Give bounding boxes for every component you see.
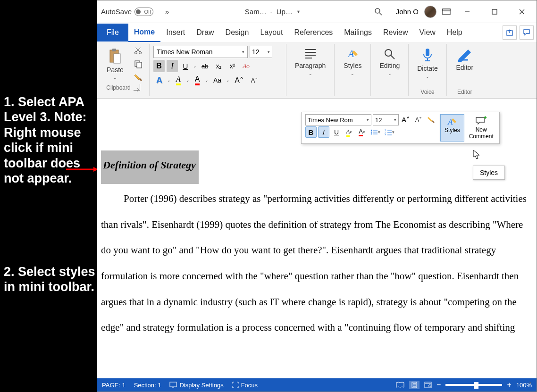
svg-text:A: A (447, 117, 453, 126)
user-name[interactable]: John O (396, 8, 419, 16)
body-paragraph[interactable]: Porter (1996) describes strategy as "per… (101, 186, 533, 341)
toggle-switch[interactable]: Off (134, 8, 153, 16)
chevron-down-icon: ⌄ (388, 71, 392, 76)
autosave-toggle[interactable]: AutoSave Off (101, 8, 153, 16)
minimize-button[interactable] (456, 4, 478, 19)
mini-font-color[interactable]: A▾ (356, 126, 368, 138)
italic-button[interactable]: I (167, 60, 178, 72)
editor-button[interactable]: Editor (451, 45, 479, 74)
group-styles: A Styles ⌄ (335, 44, 371, 96)
web-layout-button[interactable] (424, 382, 432, 388)
maximize-button[interactable] (484, 4, 505, 19)
zoom-in-button[interactable]: + (507, 381, 511, 389)
tab-review[interactable]: Review (378, 24, 413, 42)
chevron-down-icon: ▼ (296, 9, 301, 14)
document-title[interactable]: Sam… - Up… ▼ (175, 8, 370, 16)
collapse-ribbon-button[interactable]: ˄ (529, 381, 532, 389)
svg-rect-7 (492, 9, 497, 14)
tab-design[interactable]: Design (220, 24, 255, 42)
font-name-select[interactable]: Times New Roman▾ (153, 46, 248, 58)
arrow-icon (66, 167, 98, 172)
copy-button[interactable] (131, 58, 145, 70)
svg-text:3: 3 (385, 133, 386, 135)
share-button[interactable] (503, 25, 517, 40)
mini-shrink-font[interactable]: A˅ (413, 114, 424, 125)
mini-format-painter[interactable] (426, 114, 437, 125)
mini-styles-button[interactable]: A Styles (440, 114, 464, 142)
strike-button[interactable]: ab (199, 60, 211, 72)
comments-button[interactable] (520, 25, 534, 40)
tab-insert[interactable]: Insert (160, 24, 191, 42)
tab-view[interactable]: View (413, 24, 441, 42)
dictate-button[interactable]: Dictate ⌄ (412, 45, 443, 82)
tab-layout[interactable]: Layout (254, 24, 288, 42)
annotation-panel: 1. Select APA Level 3. Note: Right mouse… (0, 0, 97, 392)
svg-rect-5 (443, 9, 450, 11)
styles-tooltip: Styles (473, 166, 505, 180)
group-clipboard: Paste ⌄ Clipboard (97, 44, 150, 96)
format-painter-button[interactable] (131, 71, 145, 83)
shrink-font-button[interactable]: A˅ (248, 74, 261, 86)
qat-overflow-icon[interactable]: » (163, 8, 171, 16)
new-comment-icon (475, 116, 487, 126)
clipboard-launcher[interactable] (134, 84, 140, 91)
focus-button[interactable]: Focus (232, 382, 258, 389)
paste-button[interactable]: Paste ⌄ (101, 45, 129, 83)
ribbon-display-icon[interactable] (442, 8, 451, 16)
close-button[interactable] (511, 4, 533, 19)
editing-button[interactable]: Editing ⌄ (375, 45, 404, 79)
bullets-icon (370, 129, 378, 135)
svg-rect-46 (170, 382, 176, 387)
read-mode-button[interactable] (396, 382, 404, 388)
tab-file[interactable]: File (97, 24, 128, 42)
print-layout-button[interactable] (409, 381, 420, 389)
tab-home[interactable]: Home (128, 23, 160, 42)
tab-mailings[interactable]: Mailings (338, 24, 378, 42)
text-effects-button[interactable]: A (153, 74, 165, 86)
selected-heading[interactable]: Definition of Strategy (101, 150, 199, 184)
tab-references[interactable]: References (288, 24, 338, 42)
change-case-button[interactable]: Aa (210, 74, 224, 86)
tab-draw[interactable]: Draw (191, 24, 219, 42)
zoom-slider[interactable] (445, 384, 502, 386)
styles-icon: A (446, 117, 458, 127)
superscript-button[interactable]: x² (227, 60, 238, 72)
mini-grow-font[interactable]: A˄ (400, 114, 411, 125)
tab-help[interactable]: Help (441, 24, 468, 42)
bold-button[interactable]: B (153, 60, 165, 72)
mini-underline[interactable]: U (331, 126, 342, 138)
font-color-button[interactable]: A (192, 74, 203, 86)
zoom-out-button[interactable]: − (436, 381, 441, 389)
grow-font-button[interactable]: A˄ (232, 74, 246, 86)
font-size-select[interactable]: 12▾ (250, 46, 272, 58)
display-settings-button[interactable]: Display Settings (169, 382, 223, 389)
mini-bold[interactable]: B (305, 126, 317, 138)
search-icon[interactable] (374, 8, 383, 16)
svg-line-17 (135, 48, 140, 52)
svg-line-3 (379, 13, 382, 15)
status-section[interactable]: Section: 1 (134, 382, 161, 389)
chevron-down-icon: ⌄ (351, 71, 354, 76)
find-icon (383, 48, 396, 60)
underline-button[interactable]: U (180, 60, 191, 72)
clear-format-button[interactable]: A◇ (240, 60, 252, 72)
ribbon: Paste ⌄ Clipboard Times New Roman▾ 12▾ (97, 42, 537, 99)
mini-numbering[interactable]: 123▾ (383, 126, 396, 138)
cut-button[interactable] (131, 45, 145, 57)
mini-size-select[interactable]: 12▾ (373, 114, 399, 125)
brush-icon (428, 116, 435, 124)
paragraph-button[interactable]: Paragraph ⌄ (290, 45, 330, 79)
svg-rect-4 (443, 9, 450, 15)
mini-new-comment-button[interactable]: New Comment (465, 114, 497, 142)
highlight-button[interactable]: A (173, 74, 184, 86)
mini-bullets[interactable]: ▾ (369, 126, 382, 138)
mini-italic[interactable]: I (318, 126, 329, 138)
subscript-button[interactable]: x₂ (213, 60, 225, 72)
avatar[interactable] (424, 6, 436, 18)
mini-highlight[interactable]: A▾ (344, 126, 355, 138)
status-page[interactable]: PAGE: 1 (102, 382, 126, 389)
ribbon-tabs: File Home Insert Draw Design Layout Refe… (97, 23, 537, 42)
svg-point-25 (385, 50, 392, 56)
mini-font-select[interactable]: Times New Rom▾ (305, 114, 371, 125)
styles-button[interactable]: A Styles ⌄ (338, 45, 367, 79)
